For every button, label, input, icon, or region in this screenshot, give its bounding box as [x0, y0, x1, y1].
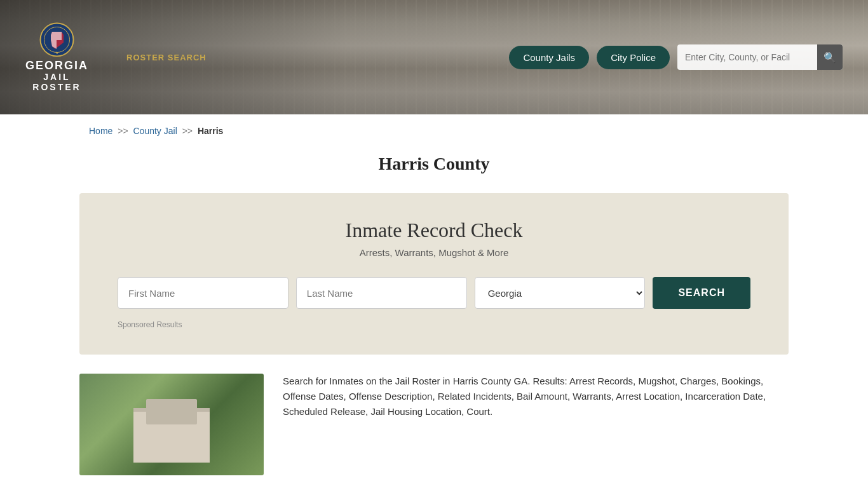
logo[interactable]: ★ GEORGIA JAIL ROSTER — [25, 22, 88, 92]
breadcrumb-current: Harris — [198, 126, 223, 136]
breadcrumb-home-link[interactable]: Home — [89, 126, 112, 136]
header-search-button[interactable]: 🔍 — [817, 44, 843, 70]
page-title: Harris County — [0, 154, 868, 174]
bottom-section: Search for Inmates on the Jail Roster in… — [0, 355, 868, 488]
breadcrumb-sep2: >> — [182, 126, 193, 136]
logo-text-georgia: GEORGIA — [25, 60, 88, 72]
search-icon: 🔍 — [824, 51, 836, 64]
header-nav: County Jails City Police 🔍 — [509, 44, 843, 70]
breadcrumb: Home >> County Jail >> Harris — [0, 114, 868, 147]
header-search-input[interactable] — [677, 52, 817, 62]
logo-text-roster: ROSTER — [32, 82, 81, 92]
svg-text:★: ★ — [55, 51, 58, 55]
first-name-input[interactable] — [118, 277, 288, 309]
sponsored-label: Sponsored Results — [118, 320, 750, 329]
breadcrumb-county-jail-link[interactable]: County Jail — [133, 126, 177, 136]
county-jails-button[interactable]: County Jails — [509, 46, 589, 69]
inmate-search-form: Georgia SEARCH — [118, 277, 750, 309]
inmate-search-subtitle: Arrests, Warrants, Mugshot & More — [118, 247, 750, 258]
inmate-search-button[interactable]: SEARCH — [653, 277, 750, 309]
header: ★ GEORGIA JAIL ROSTER ROSTER SEARCH Coun… — [0, 0, 868, 114]
roster-search-link[interactable]: ROSTER SEARCH — [126, 53, 207, 62]
inmate-search-title: Inmate Record Check — [118, 219, 750, 242]
breadcrumb-sep1: >> — [118, 126, 128, 136]
georgia-seal-icon: ★ — [39, 22, 74, 57]
page-title-area: Harris County — [0, 147, 868, 193]
logo-text-jail: JAIL — [43, 72, 70, 82]
state-select[interactable]: Georgia — [475, 277, 646, 309]
description-text: Search for Inmates on the Jail Roster in… — [283, 374, 789, 419]
county-building-image — [79, 374, 264, 475]
inmate-search-section: Inmate Record Check Arrests, Warrants, M… — [79, 193, 789, 355]
last-name-input[interactable] — [296, 277, 467, 309]
header-search-bar: 🔍 — [677, 44, 843, 70]
city-police-button[interactable]: City Police — [597, 46, 670, 69]
